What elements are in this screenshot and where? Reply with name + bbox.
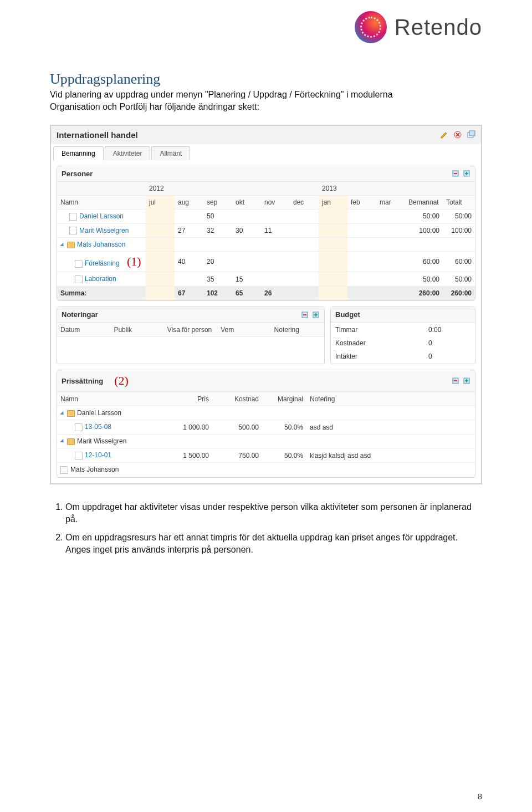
note-2: Om en uppdragsresurs har ett annat timpr… (65, 532, 482, 556)
tab-allmant[interactable]: Allmänt (151, 146, 190, 160)
table-row[interactable]: Mats Johansson (57, 238, 475, 252)
col-aug: aug (175, 195, 203, 209)
app-titlebar: Internationell handel (51, 126, 481, 144)
col-mar: mar (376, 195, 405, 209)
note-1: Om uppdraget har aktiviteter visas under… (65, 501, 482, 526)
page-icon (75, 275, 83, 283)
folder-icon (67, 438, 75, 445)
col-p-notering: Notering (306, 392, 475, 406)
budget-intakter-label: Intäkter (332, 350, 424, 362)
table-row[interactable]: Daniel Larsson 50 50:0050:00 (57, 209, 475, 223)
retendo-logo-icon (355, 11, 387, 43)
folder-icon (67, 410, 75, 417)
table-row[interactable]: Mats Johansson (57, 462, 475, 477)
add-price-icon[interactable] (463, 377, 470, 385)
intro-line-1: Vid planering av uppdrag under menyn "Pl… (50, 90, 393, 99)
brand-header: Retendo (50, 0, 482, 43)
table-noteringar: Datum Publik Visa för person Vem Noterin… (57, 323, 324, 337)
col-publik: Publik (110, 323, 163, 337)
tab-bar: Bemanning Aktiviteter Allmänt (51, 144, 481, 160)
table-prissattning: Namn Pris Kostnad Marginal Notering Dani… (57, 392, 475, 477)
col-dec: dec (290, 195, 319, 209)
year-2013-label: 2013 (319, 182, 347, 196)
popup-icon[interactable] (467, 130, 475, 139)
remove-price-icon[interactable] (452, 377, 459, 385)
tab-aktiviteter[interactable]: Aktiviteter (105, 146, 151, 160)
folder-icon (67, 242, 75, 248)
intro-paragraph: Vid planering av uppdrag under menyn "Pl… (50, 89, 482, 114)
page-icon (75, 423, 83, 431)
col-okt: okt (232, 195, 261, 209)
app-screenshot: Internationell handel Bemanning Aktivite… (50, 125, 482, 484)
table-personer: 2012 2013 Namn jul aug sep okt nov dec j… (57, 182, 475, 300)
col-bemannat: Bemannat (405, 195, 443, 209)
table-row[interactable]: Marit Wisselgren 27323011 100:00100:00 (57, 223, 475, 238)
remove-note-icon[interactable] (301, 311, 309, 319)
remove-person-icon[interactable] (452, 170, 459, 177)
page-number: 8 (478, 791, 482, 801)
col-p-marginal: Marginal (262, 392, 306, 406)
col-totalt: Totalt (443, 195, 475, 209)
notes-list: Om uppdraget har aktiviteter visas under… (50, 501, 482, 556)
panel-title-budget: Budget (335, 310, 360, 319)
table-row[interactable]: Daniel Larsson (57, 406, 475, 420)
col-vem: Vem (217, 323, 270, 337)
col-p-pris: Pris (162, 392, 212, 406)
summary-row: Summa: 671026526 260:00260:00 (57, 287, 475, 300)
col-feb: feb (347, 195, 376, 209)
annotation-1: (1) (127, 254, 141, 268)
table-row[interactable]: 13-05-08 1 000.00 500.00 50.0% asd asd (57, 420, 475, 435)
col-nov: nov (261, 195, 290, 209)
table-row[interactable]: Marit Wisselgren (57, 435, 475, 448)
col-sep: sep (203, 195, 232, 209)
table-row[interactable]: Laboration 3515 50:0050:00 (57, 272, 475, 287)
budget-intakter-value: 0 (425, 350, 474, 362)
panel-budget: Budget Timmar0:00 Kostnader0 Intäkter0 (330, 307, 475, 364)
col-jan: jan (319, 195, 347, 209)
intro-line-2: Organisation och Portfölj har följande ä… (50, 102, 259, 111)
brand-name: Retendo (395, 15, 482, 40)
panel-title-prissattning: Prissättning (62, 377, 103, 385)
budget-values: Timmar0:00 Kostnader0 Intäkter0 (331, 323, 475, 364)
budget-kostnader-value: 0 (425, 337, 474, 349)
svg-rect-2 (469, 131, 475, 136)
col-p-namn: Namn (57, 392, 162, 406)
panel-noteringar: Noteringar Datum Publik Visa för person … (57, 307, 325, 364)
add-note-icon[interactable] (312, 311, 320, 319)
chevron-down-icon[interactable] (60, 243, 65, 248)
app-title: Internationell handel (57, 130, 138, 140)
panel-personer: Personer 2012 2013 Namn jul aug (57, 166, 475, 301)
budget-kostnader-label: Kostnader (332, 337, 424, 349)
col-visa: Visa för person (164, 323, 217, 337)
page-icon (69, 227, 77, 234)
col-jul: jul (146, 195, 175, 209)
add-person-icon[interactable] (463, 170, 470, 177)
budget-timmar-label: Timmar (332, 324, 424, 336)
panel-title-noteringar: Noteringar (62, 310, 98, 319)
panel-prissattning: Prissättning (2) Namn Pris Kostnad Margi… (57, 370, 475, 477)
budget-timmar-value: 0:00 (425, 324, 474, 336)
page-icon (69, 213, 77, 221)
page-icon (75, 260, 83, 268)
table-row[interactable]: Föreläsning (1) 4020 60:0060:00 (57, 252, 475, 272)
col-datum: Datum (57, 323, 110, 337)
chevron-down-icon[interactable] (60, 439, 65, 444)
tab-bemanning[interactable]: Bemanning (53, 146, 104, 160)
section-heading: Uppdragsplanering (50, 71, 482, 88)
table-row[interactable]: 12-10-01 1 500.00 750.00 50.0% klasjd ka… (57, 448, 475, 463)
panel-title-personer: Personer (62, 170, 93, 178)
col-namn: Namn (57, 195, 146, 209)
col-p-kostnad: Kostnad (212, 392, 262, 406)
delete-icon[interactable] (453, 130, 462, 139)
page-icon (75, 452, 83, 459)
chevron-down-icon[interactable] (60, 411, 65, 416)
edit-icon[interactable] (440, 130, 449, 139)
page-icon (60, 466, 68, 474)
year-2012-label: 2012 (146, 182, 175, 196)
annotation-2: (2) (114, 374, 129, 388)
col-notering: Notering (271, 323, 324, 337)
